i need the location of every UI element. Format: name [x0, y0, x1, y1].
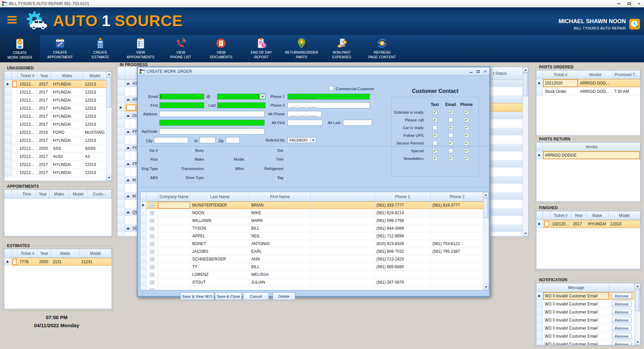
notification-row[interactable]: WO 0 Invalid Customer EmailRemove — [536, 316, 640, 324]
estimates-col-header[interactable]: Make — [51, 249, 79, 257]
in-progress-scrollbar[interactable] — [523, 67, 528, 236]
customer-row[interactable]: +STOUTJULIAN(561) 267-0879 — [141, 279, 489, 286]
expand-plus-icon[interactable]: + — [150, 273, 154, 277]
unassigned-row[interactable]: 10212...2017AUDIA3 — [4, 153, 112, 161]
unassigned-col-header[interactable]: Make — [51, 71, 83, 80]
expand-plus-icon[interactable]: + — [150, 203, 154, 208]
notification-row[interactable]: WO 0 Invalid Customer EmailRemove — [536, 300, 640, 308]
toolbar-end-of-day-report[interactable]: END OF DAY REPORT — [241, 35, 281, 62]
unassigned-scrollbar-thumb[interactable] — [107, 77, 111, 107]
contact-checkbox-phone[interactable] — [464, 133, 469, 138]
expand-plus-icon[interactable]: + — [150, 249, 154, 254]
customer-col-header[interactable]: Last Name — [191, 192, 250, 201]
expand-plus-icon[interactable]: + — [150, 257, 154, 261]
in-progress-scrollbar-up[interactable] — [523, 67, 528, 73]
zip-input[interactable] — [226, 137, 240, 143]
email-input[interactable] — [159, 94, 204, 100]
contact-checkbox-phone[interactable] — [464, 118, 469, 122]
notification-row[interactable]: WO 0 Invalid Customer EmailRemove — [536, 324, 640, 332]
unassigned-row[interactable]: 10212...2020SSSSSSS — [4, 144, 112, 153]
expand-plus-icon[interactable]: + — [150, 234, 154, 238]
first-name-input[interactable] — [159, 102, 204, 108]
expand-plus-icon[interactable]: + — [150, 219, 154, 223]
collapse-icon[interactable] — [126, 163, 130, 165]
contact-checkbox-text[interactable] — [433, 133, 437, 138]
contact-checkbox-phone[interactable] — [464, 110, 469, 115]
appointments-col-header[interactable]: Year — [36, 190, 50, 198]
notification-row[interactable]: WO 0 Invalid Customer EmailRemove — [536, 292, 640, 300]
customer-col-header[interactable]: Company Name — [158, 192, 191, 201]
alt-phone-input[interactable]: ___-___-____ — [287, 111, 322, 117]
dialog-minimize-button[interactable] — [470, 70, 473, 73]
cancel-button[interactable]: Cancel — [243, 292, 269, 300]
parts-ordered-col-header[interactable]: Promised T... — [612, 70, 640, 79]
customer-row[interactable]: +NOONMIKE(561) 628-8214 — [141, 209, 489, 217]
customer-grid-scrollbar[interactable] — [483, 192, 489, 290]
contact-checkbox-email[interactable] — [448, 125, 453, 130]
refered-by-combo[interactable]: FACEBOO — [287, 137, 316, 143]
contact-checkbox-text[interactable] — [433, 125, 437, 130]
customer-col-header[interactable]: Phone 2 — [431, 192, 484, 201]
notification-row[interactable]: WO 0 Invalid Customer EmailRemove — [536, 332, 640, 340]
notification-row[interactable]: WO 0 Invalid Customer EmailRemove — [536, 340, 640, 345]
address-input[interactable] — [159, 111, 265, 117]
window-minimize-button[interactable] — [614, 0, 624, 7]
commercial-customer-checkbox[interactable] — [329, 86, 334, 91]
finished-col-header[interactable]: Year — [571, 211, 586, 220]
phone2-input[interactable]: ___-___-____ — [287, 102, 370, 108]
time-clock-icon[interactable] — [629, 19, 640, 30]
dialog-close-button[interactable]: × — [484, 68, 487, 74]
unassigned-row[interactable]: 10212...2015FORDMUSTANG — [4, 128, 112, 136]
contact-checkbox-text[interactable] — [433, 118, 437, 122]
toolbar-create-estimate[interactable]: CREATE ESTIMATE — [80, 35, 120, 62]
finished-row[interactable]: 102120...2017HYUNDAI12313 — [536, 220, 640, 228]
customer-row[interactable]: +SCHNEEBERGERANN(561) 723-2429 — [141, 255, 489, 263]
menu-icon[interactable] — [7, 16, 17, 24]
appointments-col-header[interactable]: Model — [69, 190, 88, 198]
finished-col-header[interactable]: Ticket # — [550, 211, 571, 220]
contact-checkbox-text[interactable] — [433, 110, 437, 115]
remove-button[interactable]: Remove — [612, 317, 632, 323]
dialog-titlebar[interactable]: CREATE WORK ORDER × — [138, 67, 489, 75]
unassigned-row[interactable]: 10212...2017HYUNDAI12313 — [4, 104, 112, 112]
unassigned-row[interactable]: 10212...2017HYUNDAI12313 — [4, 161, 112, 169]
contact-checkbox-text[interactable] — [433, 149, 437, 153]
toolbar-create-appointment[interactable]: CREATE APPOINTMENT — [40, 35, 80, 62]
address2-input[interactable] — [159, 120, 265, 126]
unassigned-col-header[interactable]: Year — [37, 71, 51, 80]
collapse-icon[interactable] — [126, 195, 130, 197]
toolbar-view-documents[interactable]: VIEW DOCUMENTS — [201, 35, 241, 62]
toolbar-view-phone-list[interactable]: VIEW PHONE LIST — [161, 35, 201, 62]
expand-plus-icon[interactable]: + — [150, 226, 154, 231]
unassigned-row[interactable]: 10212...2017HYUNDAI12313 — [4, 136, 112, 144]
contact-checkbox-email[interactable] — [448, 118, 453, 122]
contact-checkbox-email[interactable] — [448, 141, 453, 146]
collapse-icon[interactable] — [126, 147, 130, 149]
last-name-input[interactable] — [217, 102, 266, 108]
window-close-button[interactable]: × — [634, 0, 644, 7]
expand-plus-icon[interactable]: + — [150, 280, 154, 285]
unassigned-row[interactable]: 10212...2017HYUNDAI12313 — [4, 80, 112, 88]
estimates-col-header[interactable]: Ticket # — [18, 249, 38, 257]
notification-row[interactable]: WO 0 Invalid Customer EmailRemove — [536, 308, 640, 316]
customer-row[interactable]: +WILLIAMSMARK(561) 596-2768 — [141, 217, 489, 225]
customer-col-header[interactable]: First Name — [250, 192, 311, 201]
notification-col-header[interactable]: Message — [543, 283, 609, 292]
customer-row[interactable]: +LORENZMELISSA — [141, 271, 489, 279]
expand-plus-icon[interactable]: + — [150, 288, 154, 291]
unassigned-row[interactable]: 10212...2017HYUNDAI12313 — [4, 96, 112, 104]
alt-first-input[interactable] — [287, 120, 322, 126]
unassigned-row[interactable]: 10212...2017HYUNDAI12313 — [4, 112, 112, 120]
unassigned-scrollbar-down[interactable] — [106, 175, 112, 181]
customer-row[interactable]: +APPELNEIL(561) 712-9699 — [141, 232, 489, 240]
expand-plus-icon[interactable]: + — [150, 211, 154, 215]
contact-checkbox-email[interactable] — [448, 156, 453, 161]
parts-ordered-col-header[interactable]: Ticket # — [543, 70, 578, 79]
delete-button[interactable]: Delete — [273, 292, 295, 300]
notification-scrollbar-down[interactable] — [635, 339, 640, 345]
parts-return-row[interactable]: ARRIGO DODGE — [536, 151, 640, 160]
unassigned-scrollbar-up[interactable] — [106, 71, 112, 77]
in-progress-scrollbar-down[interactable] — [523, 231, 528, 236]
toolbar-refresh-page-content[interactable]: REFRESH PAGE CONTENT — [362, 35, 402, 62]
remove-button[interactable]: Remove — [612, 333, 632, 339]
